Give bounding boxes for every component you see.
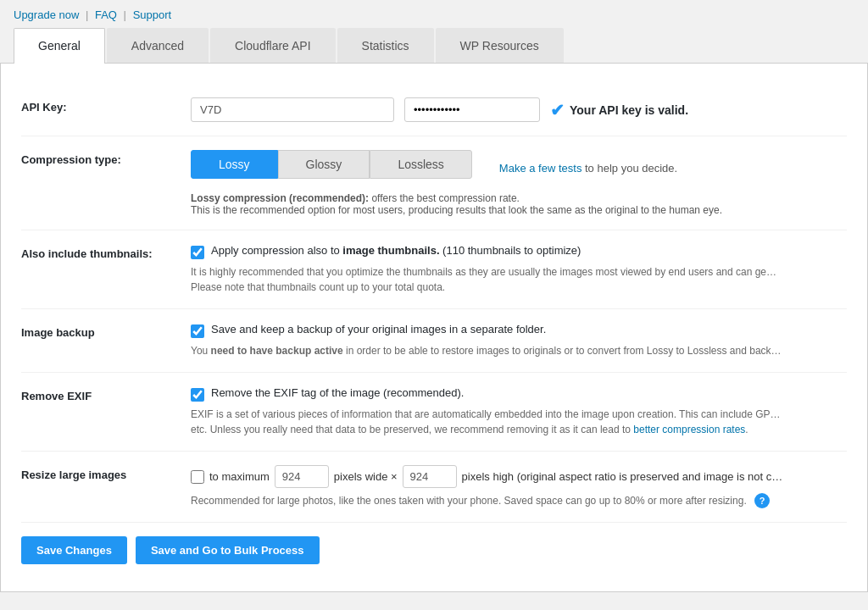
comp-btn-lossless[interactable]: Lossless	[370, 150, 471, 179]
tab-general[interactable]: General	[14, 28, 105, 64]
comp-desc-rest: offers the best compression rate.	[369, 192, 520, 204]
top-bar: Upgrade now | FAQ | Support	[0, 0, 868, 28]
resize-controls: to maximum pixels wide × pixels high (or…	[191, 465, 847, 488]
compression-type-row: Compression type: Lossy Glossy Lossless …	[21, 136, 847, 230]
comp-desc2: This is the recommended option for most …	[191, 204, 722, 216]
upgrade-link[interactable]: Upgrade now	[14, 8, 79, 21]
resize-sub-desc: Recommended for large photos, like the o…	[191, 493, 847, 508]
thumbnails-checkbox[interactable]	[191, 246, 204, 259]
api-key-row: API Key: ✔ Your API key is valid.	[21, 84, 847, 136]
faq-link[interactable]: FAQ	[95, 8, 117, 21]
make-tests-suffix: to help you decide.	[581, 162, 677, 175]
resize-height-input[interactable]	[403, 465, 457, 488]
tab-advanced[interactable]: Advanced	[107, 28, 209, 63]
compression-content: Lossy Glossy Lossless Make a few tests t…	[191, 150, 847, 216]
save-changes-button[interactable]: Save Changes	[21, 536, 127, 564]
thumbnails-sub-desc: It is highly recommended that you optimi…	[191, 264, 847, 295]
api-key-fields: ✔ Your API key is valid.	[191, 97, 847, 122]
image-backup-checkbox-row: Save and keep a backup of your original …	[191, 323, 847, 338]
make-tests-link[interactable]: Make a few tests	[499, 162, 582, 175]
comp-btn-glossy[interactable]: Glossy	[278, 150, 370, 179]
comp-desc-bold: Lossy compression (recommended):	[191, 192, 369, 204]
button-row: Save Changes Save and Go to Bulk Process	[21, 523, 847, 571]
image-backup-row: Image backup Save and keep a backup of y…	[21, 309, 847, 373]
api-valid-badge: ✔ Your API key is valid.	[550, 100, 688, 120]
help-icon[interactable]: ?	[754, 493, 770, 508]
resize-large-label: Resize large images	[21, 465, 191, 481]
compression-buttons: Lossy Glossy Lossless	[191, 150, 472, 179]
thumbnails-label-post: (110 thumbnails to optimize)	[440, 244, 581, 257]
sep2: |	[124, 8, 126, 21]
thumbnails-checkbox-row: Apply compression also to image thumbnai…	[191, 244, 847, 259]
image-backup-checkbox[interactable]	[191, 324, 204, 338]
remove-exif-sub-desc: EXIF is a set of various pieces of infor…	[191, 407, 847, 437]
compression-label: Compression type:	[21, 150, 191, 166]
image-backup-label: Image backup	[21, 323, 191, 339]
page-wrapper: Upgrade now | FAQ | Support General Adva…	[0, 0, 868, 610]
thumbnails-row: Also include thumbnails: Apply compressi…	[21, 230, 847, 309]
remove-exif-checkbox-row: Remove the EXIF tag of the image (recomm…	[191, 386, 847, 402]
better-compression-link[interactable]: better compression rates	[633, 424, 745, 435]
thumbnails-content: Apply compression also to image thumbnai…	[191, 244, 847, 295]
resize-large-row: Resize large images to maximum pixels wi…	[21, 452, 847, 523]
tab-statistics[interactable]: Statistics	[337, 28, 434, 63]
checkmark-icon: ✔	[550, 100, 565, 120]
compression-desc: Lossy compression (recommended): offers …	[191, 192, 847, 216]
remove-exif-checkbox[interactable]	[191, 388, 204, 402]
resize-large-content: to maximum pixels wide × pixels high (or…	[191, 465, 847, 508]
compression-note: Make a few tests to help you decide.	[499, 162, 677, 175]
resize-to-maximum: to maximum	[209, 470, 270, 483]
sep1: |	[86, 8, 88, 21]
image-backup-content: Save and keep a backup of your original …	[191, 323, 847, 358]
api-key-label: API Key:	[21, 97, 191, 114]
tab-cloudflare-api[interactable]: Cloudflare API	[210, 28, 336, 63]
resize-checkbox[interactable]	[191, 470, 204, 484]
support-link[interactable]: Support	[133, 8, 172, 21]
thumbnails-checkbox-label: Apply compression also to image thumbnai…	[211, 244, 581, 257]
image-backup-checkbox-label: Save and keep a backup of your original …	[211, 323, 546, 336]
save-bulk-button[interactable]: Save and Go to Bulk Process	[136, 536, 320, 564]
api-key-hidden-input[interactable]	[404, 97, 540, 122]
tab-wp-resources[interactable]: WP Resources	[436, 28, 564, 63]
content-area: API Key: ✔ Your API key is valid. Compre…	[0, 64, 868, 592]
resize-width-input[interactable]	[275, 465, 329, 488]
image-backup-sub-desc: You need to have backup active in order …	[191, 343, 847, 358]
thumbnails-label-pre: Apply compression also to	[211, 244, 342, 257]
api-key-input[interactable]	[191, 97, 394, 122]
thumbnails-label: Also include thumbnails:	[21, 244, 191, 260]
remove-exif-label: Remove EXIF	[21, 386, 191, 402]
resize-pixels-wide: pixels wide ×	[334, 470, 398, 483]
api-valid-text: Your API key is valid.	[570, 103, 688, 117]
tabs-bar: General Advanced Cloudflare API Statisti…	[0, 28, 868, 64]
comp-btn-lossy[interactable]: Lossy	[191, 150, 278, 179]
resize-pixels-high: pixels high (original aspect ratio is pr…	[462, 470, 783, 483]
api-key-content: ✔ Your API key is valid.	[191, 97, 847, 122]
remove-exif-row: Remove EXIF Remove the EXIF tag of the i…	[21, 373, 847, 452]
remove-exif-checkbox-label: Remove the EXIF tag of the image (recomm…	[211, 386, 464, 399]
thumbnails-label-bold: image thumbnails.	[342, 244, 439, 257]
remove-exif-content: Remove the EXIF tag of the image (recomm…	[191, 386, 847, 437]
